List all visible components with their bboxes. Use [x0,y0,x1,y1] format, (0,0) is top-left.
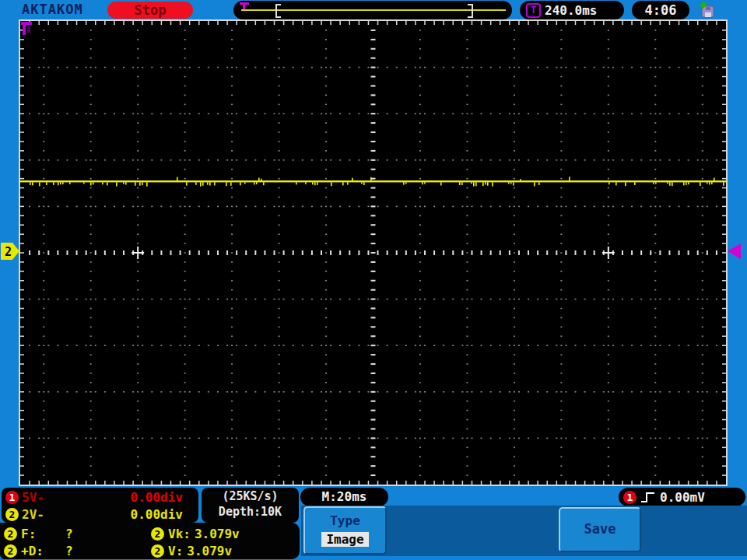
clock: 4:06 [632,1,689,19]
meas-ch-badge: 2 [4,544,17,558]
ch2-status-row: 2 2V- 0.00div [2,506,198,523]
meas-value: ? [65,527,73,541]
ch2-badge: 2 [5,508,19,521]
meas-label: F: [21,527,61,541]
timebase-readout: M:20ms [300,488,388,506]
oscilloscope-screen: { "brand": "AKTAKOM", "top_bar": { "run_… [0,0,747,560]
window-close-bracket [468,4,473,18]
meas-label: V: [168,544,183,558]
trigger-level-value: 0.00mV [660,490,705,505]
memory-bar-line [241,9,506,11]
channel-status-panel: 1 5V- 0.00div 2 2V- 0.00div [2,488,198,523]
ch2-scale: 2V- [22,507,44,522]
usb-storage-icon [698,2,717,19]
meas-label: +D: [21,544,61,558]
measurement-frequency: 2 F: ? [4,526,73,541]
trigger-hpos-marker-icon [21,21,34,38]
meas-ch-badge: 2 [151,527,164,541]
measurements-panel: 2 F: ? 2 Vk: 3.079v 2 +D: ? 2 V: 3.079v [0,523,300,559]
memory-window-bar [233,1,512,19]
ch1-badge: 1 [5,491,19,504]
brand-logo: AKTAKOM [22,2,83,17]
trigger-type-icon: T [526,3,541,18]
ch2-position-marker[interactable]: 2 [1,243,20,260]
measurement-duty: 2 +D: ? [4,543,73,558]
acquisition-panel: (25KS/s) Depth:10K [202,488,299,523]
sample-rate: (25KS/s) [202,489,299,503]
ch2-marker-label: 2 [5,245,12,259]
meas-ch-badge: 2 [151,544,164,558]
ch1-scale: 5V- [22,490,44,505]
waveform-display [19,19,728,486]
ch1-offset: 0.00div [131,490,183,505]
trigger-position-readout: T 240.0ms [520,1,624,19]
trigger-level-marker[interactable] [728,243,742,259]
measurement-vk: 2 Vk: 3.079v [151,526,240,541]
measurement-v: 2 V: 3.079v [151,543,232,558]
meas-value: 3.079v [195,527,240,541]
save-button[interactable]: Save [559,507,641,552]
meas-value: 3.079v [187,544,232,558]
rising-edge-icon [640,491,656,503]
graticule-and-trace [20,21,726,485]
run-state-badge: Stop [107,2,193,19]
type-menu-button[interactable]: Type Image [303,506,387,555]
type-menu-label: Type [305,513,385,528]
trigger-position-value: 240.0ms [545,3,597,18]
window-open-bracket [275,4,281,18]
meas-value: ? [65,544,73,558]
ch2-offset: 0.00div [131,507,183,522]
meas-label: Vk: [168,527,191,541]
memory-depth: Depth:10K [202,505,299,519]
trigger-level-readout: 1 0.00mV [619,488,745,506]
trigger-source-badge: 1 [623,491,637,504]
meas-ch-badge: 2 [4,527,17,541]
memory-trigger-position-icon [240,2,250,10]
ch1-status-row: 1 5V- 0.00div [2,488,198,506]
type-menu-value[interactable]: Image [321,532,368,547]
